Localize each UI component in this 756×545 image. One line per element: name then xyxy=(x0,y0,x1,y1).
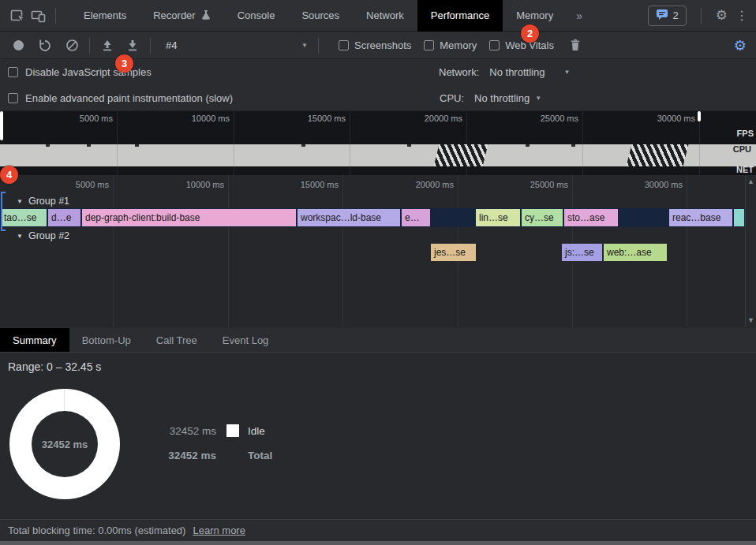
flame-scrollbar[interactable]: ▲ ▼ xyxy=(745,175,756,327)
checkbox-web-vitals[interactable]: Web Vitals xyxy=(489,39,554,51)
ruler-tick-label: 30000 ms xyxy=(657,114,695,123)
donut-seam xyxy=(64,389,65,411)
flame-bar[interactable]: cy…se xyxy=(522,209,563,226)
tab-label: Elements xyxy=(84,9,126,21)
flame-bar[interactable]: web:…ase xyxy=(604,244,667,261)
donut-total-value: 32452 ms xyxy=(42,439,88,450)
inspect-element-icon[interactable] xyxy=(8,6,28,26)
device-toolbar-icon[interactable] xyxy=(28,6,49,26)
cpu-label: CPU: xyxy=(440,92,464,104)
detail-tab-event-log[interactable]: Event Log xyxy=(210,328,282,352)
ruler-tick-label: 20000 ms xyxy=(416,180,454,189)
flame-bar[interactable]: tao…se xyxy=(1,209,47,226)
flame-bar[interactable]: reac…base xyxy=(669,209,732,226)
chevron-down-icon: ▼ xyxy=(535,95,541,102)
issues-count: 2 xyxy=(673,9,679,21)
flame-bar[interactable]: js:…se xyxy=(562,244,602,261)
checkbox-screenshots[interactable]: Screenshots xyxy=(339,39,411,51)
flame-bar[interactable]: e… xyxy=(402,209,430,226)
cpu-activity-mark xyxy=(571,144,575,147)
tab-recorder[interactable]: Recorder xyxy=(140,0,223,32)
tab-sources[interactable]: Sources xyxy=(288,0,353,32)
clear-icon[interactable] xyxy=(62,35,82,56)
checkbox-box[interactable] xyxy=(424,40,434,50)
group-bars-row: jes…sejs:…seweb:…ase xyxy=(0,243,745,262)
ruler-tick-label: 30000 ms xyxy=(645,180,683,189)
trash-icon[interactable] xyxy=(565,35,586,56)
flame-bar[interactable]: workspac…ld-base xyxy=(298,209,400,226)
ruler-tick-label: 15000 ms xyxy=(308,114,346,123)
fps-lane-label: FPS xyxy=(737,129,754,138)
option-row-2: Enable advanced paint instrumentation (s… xyxy=(0,85,756,111)
flame-bar[interactable]: sto…ase xyxy=(564,209,618,226)
tab-network[interactable]: Network xyxy=(353,0,417,32)
kebab-menu-icon[interactable]: ⋮ xyxy=(735,9,748,22)
toolbar-divider xyxy=(150,38,151,54)
checkbox-box[interactable] xyxy=(339,40,349,50)
detail-tab-call-tree[interactable]: Call Tree xyxy=(144,328,210,352)
ruler-tick-label: 10000 ms xyxy=(192,114,230,123)
summary-donut: 32452 ms xyxy=(9,389,120,499)
net-lane-label: NET xyxy=(736,165,754,174)
flame-bar[interactable]: dep-graph-client:build-base xyxy=(82,209,296,226)
checkbox-memory[interactable]: Memory xyxy=(424,39,477,51)
capture-history-select[interactable]: #4 ▼ xyxy=(163,36,311,55)
tab-label: Performance xyxy=(431,9,489,21)
capture-settings-gear-icon[interactable]: ⚙ xyxy=(734,39,747,53)
ruler-tick-label: 25000 ms xyxy=(530,180,568,189)
network-throttling-select[interactable]: Network: No throttling ▼ xyxy=(439,66,570,78)
save-profile-icon[interactable] xyxy=(122,35,143,56)
ruler-tick-label: 20000 ms xyxy=(425,114,462,123)
devtools-tabbar: ElementsRecorderConsoleSourcesNetworkPer… xyxy=(0,0,756,32)
footer-status: Total blocking time: 0.00ms (estimated) … xyxy=(0,519,756,541)
learn-more-link[interactable]: Learn more xyxy=(193,524,245,536)
detail-tab-bottom-up[interactable]: Bottom-Up xyxy=(69,328,144,352)
detail-tab-summary[interactable]: Summary xyxy=(0,328,69,352)
gridline xyxy=(699,144,700,166)
network-label: Network: xyxy=(439,66,479,78)
tab-console[interactable]: Console xyxy=(224,0,289,32)
flame-chart[interactable]: 5000 ms10000 ms15000 ms20000 ms25000 ms3… xyxy=(0,175,745,327)
scroll-down-icon[interactable]: ▼ xyxy=(747,317,754,324)
cpu-throttling-select[interactable]: CPU: No throttling ▼ xyxy=(440,92,541,104)
chevron-down-icon: ▼ xyxy=(563,69,570,76)
disable-js-samples-checkbox[interactable] xyxy=(8,67,18,77)
legend-row: 32452 msTotal xyxy=(155,448,272,462)
collapse-triangle-icon[interactable]: ▼ xyxy=(17,233,23,240)
paint-instrumentation-label: Enable advanced paint instrumentation (s… xyxy=(25,92,233,104)
devtools-window: ElementsRecorderConsoleSourcesNetworkPer… xyxy=(0,0,756,545)
tab-label: Console xyxy=(238,9,275,21)
tab-performance[interactable]: Performance xyxy=(417,0,503,32)
tutorial-step-badge: 2 xyxy=(521,24,539,43)
load-profile-icon[interactable] xyxy=(97,35,118,56)
group-label: Group #2 xyxy=(28,230,69,241)
record-button[interactable] xyxy=(8,35,28,56)
collapse-triangle-icon[interactable]: ▼ xyxy=(17,198,23,205)
checkbox-box[interactable] xyxy=(489,40,500,50)
legend-swatch-empty xyxy=(226,449,239,461)
flame-bar[interactable]: lin…se xyxy=(476,209,520,226)
reload-and-record-icon[interactable] xyxy=(35,35,55,56)
flame-bar[interactable]: d…e xyxy=(48,209,80,226)
group-header[interactable]: ▼Group #2 xyxy=(0,229,745,243)
performance-toolbar: #4 ▼ ScreenshotsMemoryWeb Vitals ⚙ xyxy=(0,32,756,59)
selection-handle-left[interactable] xyxy=(0,111,3,140)
toolbar-divider xyxy=(701,8,702,24)
flame-bar[interactable] xyxy=(734,209,744,226)
summary-panel: Range: 0 – 32.45 s 32452 ms 32452 msIdle… xyxy=(0,353,756,519)
tab-elements[interactable]: Elements xyxy=(70,0,140,32)
paint-instrumentation-checkbox[interactable] xyxy=(8,93,18,103)
timeline-overview[interactable]: 5000 ms10000 ms15000 ms20000 ms25000 ms3… xyxy=(0,111,756,175)
total-blocking-time-text: Total blocking time: 0.00ms (estimated) xyxy=(8,524,185,536)
cpu-activity-mark xyxy=(135,144,139,147)
issues-counter[interactable]: 2 xyxy=(648,6,687,26)
network-value: No throttling xyxy=(489,66,545,78)
selection-handle-right[interactable] xyxy=(698,111,701,121)
flame-bar[interactable]: jes…se xyxy=(431,244,476,261)
more-tabs-button[interactable]: » xyxy=(567,9,592,22)
settings-gear-icon[interactable]: ⚙ xyxy=(716,9,728,22)
group-header[interactable]: ▼Group #1 xyxy=(0,194,745,208)
scroll-up-icon[interactable]: ▲ xyxy=(747,178,754,185)
cpu-throttle-hatch xyxy=(434,144,488,166)
toolbar-divider xyxy=(55,8,56,24)
